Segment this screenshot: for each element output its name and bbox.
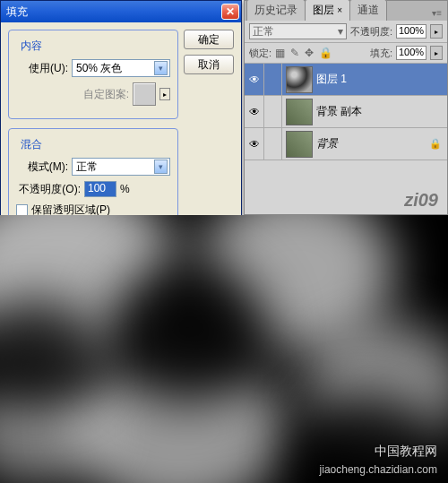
mode-row: 模式(M): 正常 ▾ [16, 158, 170, 176]
layers-panel: 历史记录 图层 × 通道 ▾≡ 正常 ▾ 不透明度: 100% ▸ 锁定: ▦ … [244, 0, 448, 215]
opacity-label: 不透明度(O): [16, 182, 81, 197]
lock-icons: ▦ ✎ ✥ 🔒 [275, 47, 332, 59]
cloud-shape [108, 260, 269, 403]
panel-opacity-label: 不透明度: [350, 25, 392, 39]
fill-arrow-icon[interactable]: ▸ [430, 46, 443, 60]
lock-options-row: 锁定: ▦ ✎ ✥ 🔒 填充: 100% ▸ [245, 43, 447, 64]
eye-icon: 👁 [249, 73, 260, 86]
chevron-down-icon: ▾ [154, 160, 168, 174]
mode-label: 模式(M): [16, 160, 68, 175]
eye-icon: 👁 [249, 138, 260, 151]
layer-thumbnail[interactable] [286, 131, 313, 158]
blend-mode-select[interactable]: 正常 ▾ [249, 23, 347, 39]
opacity-row: 不透明度(O): 100 % [16, 181, 170, 197]
canvas-watermark-1: 中国教程网 [375, 444, 437, 460]
layer-name[interactable]: 背景 [316, 136, 429, 151]
layer-name[interactable]: 图层 1 [316, 72, 447, 87]
panel-opacity-input[interactable]: 100% [396, 24, 426, 39]
panel-menu-icon[interactable]: ▾≡ [426, 5, 447, 21]
fill-label: 填充: [370, 47, 392, 60]
chevron-down-icon: ▾ [154, 61, 168, 75]
lock-transparency-icon[interactable]: ▦ [275, 47, 285, 59]
link-column[interactable] [264, 96, 282, 127]
layer-row[interactable]: 👁 背景 🔒 [245, 128, 447, 160]
pattern-arrow-icon: ▸ [159, 88, 170, 100]
lock-icon: 🔒 [429, 138, 442, 150]
layer-thumbnail[interactable] [286, 66, 313, 93]
dialog-buttons: 确定 取消 [184, 30, 234, 235]
blend-mode-value: 正常 [253, 24, 274, 39]
layer-row[interactable]: 👁 图层 1 [245, 64, 447, 96]
dialog-title: 填充 [6, 4, 28, 20]
use-select[interactable]: 50% 灰色 ▾ [72, 59, 170, 77]
pattern-swatch [133, 82, 156, 106]
blend-group-title: 混合 [18, 137, 45, 152]
lock-position-icon[interactable]: ✥ [305, 47, 314, 59]
layer-row[interactable]: 👁 背景 副本 [245, 96, 447, 128]
ok-button[interactable]: 确定 [184, 30, 234, 49]
lock-label: 锁定: [249, 47, 271, 60]
close-icon: ✕ [226, 5, 235, 18]
visibility-toggle[interactable]: 👁 [245, 96, 264, 127]
chevron-down-icon: ▾ [338, 25, 343, 38]
lock-paint-icon[interactable]: ✎ [290, 47, 299, 59]
fill-input[interactable]: 100% [396, 46, 426, 60]
visibility-toggle[interactable]: 👁 [245, 128, 264, 160]
visibility-toggle[interactable]: 👁 [245, 64, 264, 95]
tab-close-icon: × [337, 5, 342, 15]
eye-icon: 👁 [249, 106, 260, 118]
pattern-row: 自定图案: ▸ [16, 82, 170, 106]
close-button[interactable]: ✕ [221, 4, 239, 20]
content-group-title: 内容 [18, 39, 45, 54]
mode-select[interactable]: 正常 ▾ [72, 158, 170, 176]
blend-group: 混合 模式(M): 正常 ▾ 不透明度(O): 100 % 保留透明区域(P) [8, 128, 178, 226]
cancel-button[interactable]: 取消 [184, 55, 234, 74]
tab-channels[interactable]: 通道 [349, 0, 387, 21]
layer-name[interactable]: 背景 副本 [316, 104, 447, 119]
link-column[interactable] [264, 64, 282, 95]
tab-layers[interactable]: 图层 × [305, 0, 350, 21]
panel-tabs: 历史记录 图层 × 通道 ▾≡ [245, 1, 447, 21]
lock-all-icon[interactable]: 🔒 [319, 47, 332, 59]
opacity-arrow-icon[interactable]: ▸ [430, 24, 443, 39]
dialog-body: 内容 使用(U): 50% 灰色 ▾ 自定图案: ▸ 混合 模式(M): [1, 22, 241, 242]
canvas-watermark-2: jiaocheng.chazidian.com [320, 463, 437, 476]
fill-dialog: 填充 ✕ 内容 使用(U): 50% 灰色 ▾ 自定图案: ▸ [0, 0, 242, 243]
canvas-preview: 中国教程网 jiaocheng.chazidian.com [0, 215, 448, 483]
watermark-text: zi09 [404, 190, 438, 211]
pattern-label: 自定图案: [77, 87, 129, 102]
dialog-titlebar[interactable]: 填充 ✕ [1, 1, 241, 22]
dialog-left-column: 内容 使用(U): 50% 灰色 ▾ 自定图案: ▸ 混合 模式(M): [8, 30, 178, 235]
use-row: 使用(U): 50% 灰色 ▾ [16, 59, 170, 77]
use-label: 使用(U): [16, 61, 68, 76]
tab-history[interactable]: 历史记录 [246, 0, 306, 21]
opacity-unit: % [120, 183, 130, 195]
link-column[interactable] [264, 128, 282, 160]
layer-thumbnail[interactable] [286, 99, 313, 125]
blend-options-row: 正常 ▾ 不透明度: 100% ▸ [245, 21, 447, 43]
content-group: 内容 使用(U): 50% 灰色 ▾ 自定图案: ▸ [8, 30, 178, 119]
mode-value: 正常 [76, 160, 98, 175]
use-value: 50% 灰色 [76, 61, 122, 76]
opacity-input[interactable]: 100 [84, 181, 116, 197]
